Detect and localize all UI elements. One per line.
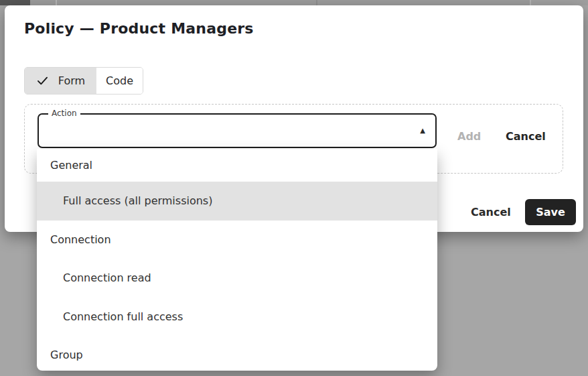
dropdown-group-header: Group [37, 336, 437, 371]
tab-form[interactable]: Form [25, 68, 96, 94]
add-button[interactable]: Add [457, 130, 481, 143]
screen: Policy — Product Managers Form Code Acti… [0, 0, 588, 376]
view-toggle: Form Code [24, 67, 143, 95]
caret-up-icon[interactable]: ▲ [420, 127, 425, 134]
tab-code[interactable]: Code [96, 68, 143, 94]
dropdown-group-header: General [37, 149, 437, 182]
check-icon [35, 74, 50, 88]
background-divider [56, 0, 57, 5]
background-divider [316, 0, 317, 5]
action-cancel-button[interactable]: Cancel [506, 130, 546, 143]
dropdown-group-header: Connection [37, 221, 437, 259]
dropdown-option[interactable]: Full access (all permissions) [37, 182, 437, 221]
background-panel-fragment [531, 0, 588, 5]
save-button[interactable]: Save [525, 199, 576, 225]
action-dropdown-menu: GeneralFull access (all permissions)Conn… [37, 149, 437, 371]
tab-code-label: Code [106, 74, 133, 87]
modal-title: Policy — Product Managers [24, 20, 254, 37]
tab-form-label: Form [58, 74, 85, 87]
dimmed-page-backdrop [0, 0, 588, 5]
background-header-fragment [0, 0, 30, 5]
action-select[interactable]: Action ▲ [38, 113, 437, 148]
action-select-label: Action [48, 109, 80, 119]
dropdown-option[interactable]: Connection read [37, 259, 437, 298]
cancel-button[interactable]: Cancel [471, 206, 511, 218]
dropdown-option[interactable]: Connection full access [37, 298, 437, 336]
